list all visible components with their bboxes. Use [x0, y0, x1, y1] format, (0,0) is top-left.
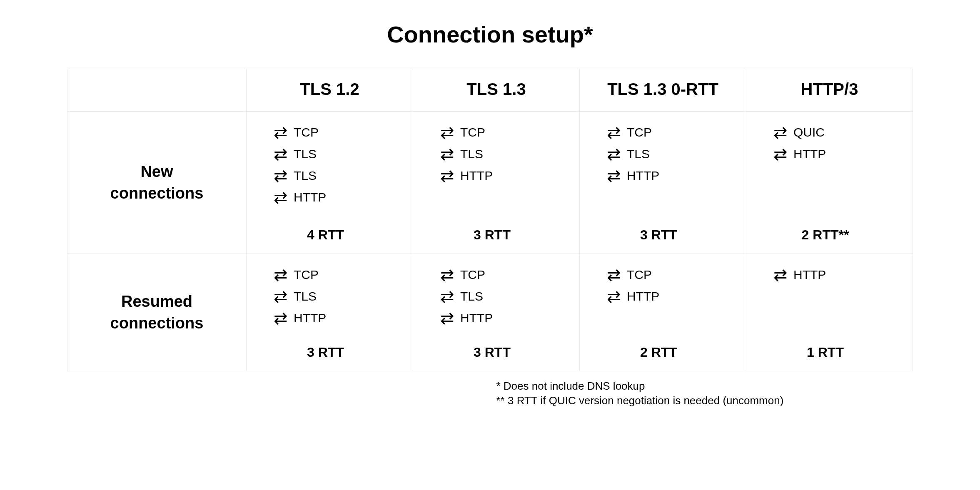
footnote-1: * Does not include DNS lookup [496, 379, 913, 393]
step-label: HTTP [627, 169, 659, 183]
rowheader-resumed-line2: connections [110, 314, 204, 332]
rowheader-new: New connections [67, 112, 247, 254]
step-label: TCP [627, 125, 652, 139]
step: ⇄TCP [607, 266, 742, 283]
bidir-arrows-icon: ⇄ [440, 124, 454, 141]
rtt-new-tls13-0rtt: 3 RTT [580, 227, 738, 243]
bidir-arrows-icon: ⇄ [440, 266, 454, 283]
header-tls13-0rtt: TLS 1.3 0-RTT [580, 69, 746, 112]
row-resumed-connections: Resumed connections ⇄TCP ⇄TLS ⇄HTTP 3 RT… [67, 254, 913, 371]
step: ⇄HTTP [440, 167, 575, 184]
step-label: HTTP [793, 147, 826, 161]
bidir-arrows-icon: ⇄ [274, 288, 288, 305]
step-label: TCP [627, 268, 652, 282]
step-label: HTTP [294, 190, 326, 204]
step-label: TLS [627, 147, 650, 161]
step: ⇄TCP [440, 124, 575, 141]
cell-new-tls13-0rtt: ⇄TCP ⇄TLS ⇄HTTP 3 RTT [580, 112, 746, 254]
step-label: QUIC [793, 125, 825, 139]
cell-resumed-tls12: ⇄TCP ⇄TLS ⇄HTTP 3 RTT [247, 254, 413, 371]
step-label: HTTP [460, 311, 493, 325]
rowheader-new-line1: New [140, 163, 173, 180]
bidir-arrows-icon: ⇄ [274, 310, 288, 326]
bidir-arrows-icon: ⇄ [440, 288, 454, 305]
bidir-arrows-icon: ⇄ [274, 146, 288, 162]
steps-new-tls13-0rtt: ⇄TCP ⇄TLS ⇄HTTP [607, 124, 742, 216]
step: ⇄TCP [440, 266, 575, 283]
header-tls13: TLS 1.3 [413, 69, 580, 112]
step-label: TLS [294, 289, 317, 303]
rtt-resumed-http3: 1 RTT [746, 345, 904, 360]
bidir-arrows-icon: ⇄ [274, 189, 288, 206]
step: ⇄TCP [274, 124, 409, 141]
steps-resumed-tls13: ⇄TCP ⇄TLS ⇄HTTP [440, 266, 575, 333]
step: ⇄HTTP [773, 146, 908, 162]
step: ⇄TLS [274, 288, 409, 305]
step: ⇄TLS [274, 146, 409, 162]
step-label: TCP [460, 268, 485, 282]
step-label: HTTP [294, 311, 326, 325]
step-label: HTTP [460, 169, 493, 183]
steps-new-http3: ⇄QUIC ⇄HTTP [773, 124, 908, 216]
bidir-arrows-icon: ⇄ [607, 167, 621, 184]
rtt-new-http3: 2 RTT** [746, 227, 904, 243]
cell-resumed-http3: ⇄HTTP 1 RTT [746, 254, 913, 371]
step: ⇄HTTP [607, 288, 742, 305]
header-tls12: TLS 1.2 [247, 69, 413, 112]
step: ⇄TLS [440, 146, 575, 162]
bidir-arrows-icon: ⇄ [274, 167, 288, 184]
cell-new-tls13: ⇄TCP ⇄TLS ⇄HTTP 3 RTT [413, 112, 580, 254]
step: ⇄TLS [440, 288, 575, 305]
bidir-arrows-icon: ⇄ [773, 266, 788, 283]
rowheader-resumed: Resumed connections [67, 254, 247, 371]
cell-resumed-tls13: ⇄TCP ⇄TLS ⇄HTTP 3 RTT [413, 254, 580, 371]
step-label: TCP [460, 125, 485, 139]
cell-resumed-tls13-0rtt: ⇄TCP ⇄HTTP 2 RTT [580, 254, 746, 371]
diagram-title: Connection setup* [0, 21, 980, 48]
step: ⇄HTTP [440, 310, 575, 326]
step: ⇄TCP [607, 124, 742, 141]
footnote-2: ** 3 RTT if QUIC version negotiation is … [496, 393, 913, 408]
step: ⇄TLS [607, 146, 742, 162]
rowheader-new-line2: connections [110, 184, 204, 202]
rtt-resumed-tls13-0rtt: 2 RTT [580, 345, 738, 360]
rtt-new-tls13: 3 RTT [413, 227, 571, 243]
steps-resumed-tls12: ⇄TCP ⇄TLS ⇄HTTP [274, 266, 409, 333]
step-label: TLS [294, 169, 317, 183]
bidir-arrows-icon: ⇄ [607, 288, 621, 305]
step-label: HTTP [627, 289, 659, 303]
bidir-arrows-icon: ⇄ [440, 167, 454, 184]
bidir-arrows-icon: ⇄ [440, 146, 454, 162]
header-http3: HTTP/3 [746, 69, 913, 112]
step: ⇄QUIC [773, 124, 908, 141]
step-label: TCP [294, 125, 319, 139]
step: ⇄HTTP [773, 266, 908, 283]
cell-new-tls12: ⇄TCP ⇄TLS ⇄TLS ⇄HTTP 4 RTT [247, 112, 413, 254]
bidir-arrows-icon: ⇄ [607, 124, 621, 141]
bidir-arrows-icon: ⇄ [274, 124, 288, 141]
rtt-new-tls12: 4 RTT [247, 227, 404, 243]
step-label: HTTP [793, 268, 826, 282]
steps-new-tls13: ⇄TCP ⇄TLS ⇄HTTP [440, 124, 575, 216]
bidir-arrows-icon: ⇄ [773, 146, 788, 162]
step: ⇄TLS [274, 167, 409, 184]
step: ⇄HTTP [607, 167, 742, 184]
cell-new-http3: ⇄QUIC ⇄HTTP 2 RTT** [746, 112, 913, 254]
bidir-arrows-icon: ⇄ [607, 266, 621, 283]
step: ⇄HTTP [274, 310, 409, 326]
rtt-resumed-tls12: 3 RTT [247, 345, 404, 360]
diagram-container: Connection setup* TLS 1.2 TLS 1.3 TLS 1.… [0, 0, 980, 408]
table-header-row: TLS 1.2 TLS 1.3 TLS 1.3 0-RTT HTTP/3 [67, 69, 913, 112]
bidir-arrows-icon: ⇄ [440, 310, 454, 326]
header-empty [67, 69, 247, 112]
footnotes: * Does not include DNS lookup ** 3 RTT i… [67, 379, 913, 408]
row-new-connections: New connections ⇄TCP ⇄TLS ⇄TLS ⇄HTTP 4 R… [67, 112, 913, 254]
steps-new-tls12: ⇄TCP ⇄TLS ⇄TLS ⇄HTTP [274, 124, 409, 216]
step-label: TLS [460, 147, 483, 161]
steps-resumed-tls13-0rtt: ⇄TCP ⇄HTTP [607, 266, 742, 333]
rtt-resumed-tls13: 3 RTT [413, 345, 571, 360]
connection-table: TLS 1.2 TLS 1.3 TLS 1.3 0-RTT HTTP/3 New… [67, 69, 913, 371]
step: ⇄HTTP [274, 189, 409, 206]
step-label: TCP [294, 268, 319, 282]
bidir-arrows-icon: ⇄ [607, 146, 621, 162]
